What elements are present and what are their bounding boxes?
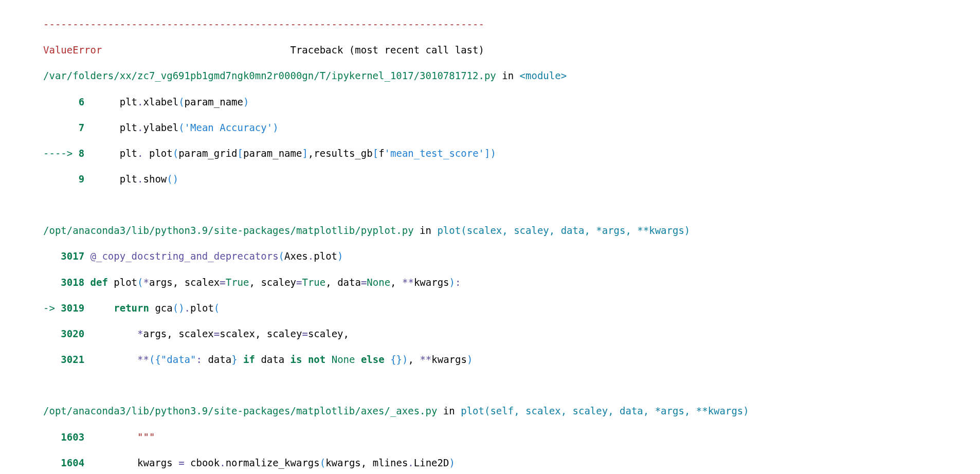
frame-0-header: /var/folders/xx/zc7_vg691pb1gmd7ngk0mn2r… [43, 69, 980, 82]
code-line: 1604 kwargs = cbook.normalize_kwargs(kwa… [43, 457, 980, 469]
traceback-label: Traceback (most recent call last) [290, 44, 484, 56]
code-line: 3020 *args, scalex=scalex, scaley=scaley… [43, 327, 980, 340]
code-line: 3021 **({"data": data} if data is not No… [43, 353, 980, 366]
code-line: 1603 """ [43, 431, 980, 444]
code-line: 7 plt.ylabel('Mean Accuracy') [43, 121, 980, 134]
code-line: 3018 def plot(*args, scalex=True, scaley… [43, 276, 980, 289]
code-line-current: -> 3019 return gca().plot( [43, 302, 980, 315]
error-type: ValueError [43, 44, 102, 56]
separator: ----------------------------------------… [43, 19, 484, 30]
code-line: 6 plt.xlabel(param_name) [43, 96, 980, 108]
code-line: 3017 @_copy_docstring_and_deprecators(Ax… [43, 250, 980, 263]
frame-1-header: /opt/anaconda3/lib/python3.9/site-packag… [43, 224, 980, 237]
traceback-output: ----------------------------------------… [0, 5, 980, 474]
code-line-current: ----> 8 plt. plot(param_grid[param_name]… [43, 147, 980, 160]
frame-2-header: /opt/anaconda3/lib/python3.9/site-packag… [43, 405, 980, 417]
code-line: 9 plt.show() [43, 173, 980, 186]
